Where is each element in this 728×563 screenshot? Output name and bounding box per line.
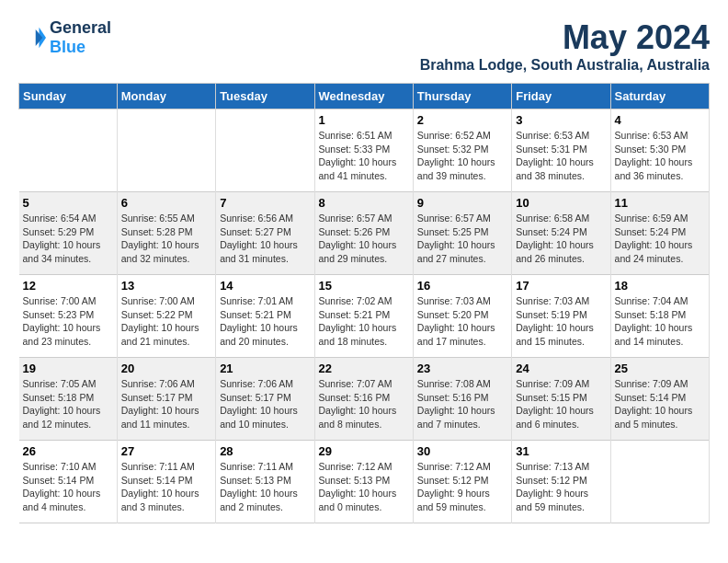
day-number: 12	[23, 279, 113, 293]
day-info: Sunrise: 7:01 AMSunset: 5:21 PMDaylight:…	[220, 294, 310, 349]
day-number: 9	[417, 196, 507, 210]
calendar-cell: 9Sunrise: 6:57 AMSunset: 5:25 PMDaylight…	[413, 192, 511, 275]
day-number: 16	[417, 279, 507, 293]
calendar-cell: 20Sunrise: 7:06 AMSunset: 5:17 PMDayligh…	[117, 358, 215, 441]
calendar-cell: 27Sunrise: 7:11 AMSunset: 5:14 PMDayligh…	[117, 441, 215, 523]
week-row-4: 19Sunrise: 7:05 AMSunset: 5:18 PMDayligh…	[19, 358, 710, 441]
day-info: Sunrise: 7:00 AMSunset: 5:23 PMDaylight:…	[23, 294, 113, 349]
day-info: Sunrise: 6:57 AMSunset: 5:26 PMDaylight:…	[319, 212, 409, 266]
day-info: Sunrise: 6:53 AMSunset: 5:31 PMDaylight:…	[516, 129, 606, 183]
calendar-header: SundayMondayTuesdayWednesdayThursdayFrid…	[19, 84, 710, 109]
day-info: Sunrise: 6:52 AMSunset: 5:32 PMDaylight:…	[417, 129, 507, 183]
weekday-friday: Friday	[512, 84, 610, 109]
day-number: 6	[121, 196, 211, 210]
day-info: Sunrise: 7:02 AMSunset: 5:21 PMDaylight:…	[319, 294, 409, 349]
calendar-cell: 31Sunrise: 7:13 AMSunset: 5:12 PMDayligh…	[512, 441, 610, 523]
day-number: 18	[615, 279, 705, 293]
week-row-1: 1Sunrise: 6:51 AMSunset: 5:33 PMDaylight…	[19, 109, 710, 192]
calendar-cell: 26Sunrise: 7:10 AMSunset: 5:14 PMDayligh…	[19, 441, 118, 523]
day-info: Sunrise: 7:09 AMSunset: 5:15 PMDaylight:…	[516, 377, 606, 431]
main-title: May 2024	[420, 18, 710, 57]
day-info: Sunrise: 7:13 AMSunset: 5:12 PMDaylight:…	[516, 460, 606, 514]
calendar-cell: 7Sunrise: 6:56 AMSunset: 5:27 PMDaylight…	[216, 192, 314, 275]
day-info: Sunrise: 6:55 AMSunset: 5:28 PMDaylight:…	[121, 212, 211, 266]
day-number: 4	[615, 113, 705, 127]
day-info: Sunrise: 7:07 AMSunset: 5:16 PMDaylight:…	[319, 377, 409, 431]
day-number: 19	[23, 362, 113, 375]
day-info: Sunrise: 6:58 AMSunset: 5:24 PMDaylight:…	[516, 212, 606, 266]
day-number: 27	[121, 444, 211, 458]
calendar-cell: 4Sunrise: 6:53 AMSunset: 5:30 PMDaylight…	[610, 109, 709, 192]
week-row-5: 26Sunrise: 7:10 AMSunset: 5:14 PMDayligh…	[19, 441, 710, 523]
calendar-cell: 25Sunrise: 7:09 AMSunset: 5:14 PMDayligh…	[610, 358, 709, 441]
day-number: 22	[319, 362, 409, 375]
day-number: 1	[319, 113, 409, 127]
calendar-cell: 30Sunrise: 7:12 AMSunset: 5:12 PMDayligh…	[413, 441, 511, 523]
day-info: Sunrise: 7:05 AMSunset: 5:18 PMDaylight:…	[23, 377, 113, 431]
calendar-cell: 19Sunrise: 7:05 AMSunset: 5:18 PMDayligh…	[19, 358, 118, 441]
day-number: 8	[319, 196, 409, 210]
title-block: May 2024 Brahma Lodge, South Australia, …	[420, 18, 710, 74]
calendar-cell: 1Sunrise: 6:51 AMSunset: 5:33 PMDaylight…	[314, 109, 413, 192]
day-number: 2	[417, 113, 507, 127]
day-info: Sunrise: 7:10 AMSunset: 5:14 PMDaylight:…	[23, 460, 113, 514]
day-info: Sunrise: 7:12 AMSunset: 5:12 PMDaylight:…	[417, 460, 507, 514]
weekday-thursday: Thursday	[413, 84, 511, 109]
day-number: 10	[516, 196, 606, 210]
day-number: 17	[516, 279, 606, 293]
day-number: 7	[220, 196, 310, 210]
calendar-cell	[117, 109, 215, 192]
day-info: Sunrise: 6:53 AMSunset: 5:30 PMDaylight:…	[615, 129, 705, 183]
day-number: 5	[23, 196, 113, 210]
day-info: Sunrise: 7:08 AMSunset: 5:16 PMDaylight:…	[417, 377, 507, 431]
calendar-cell: 5Sunrise: 6:54 AMSunset: 5:29 PMDaylight…	[19, 192, 118, 275]
day-info: Sunrise: 7:12 AMSunset: 5:13 PMDaylight:…	[319, 460, 409, 514]
page-header: General Blue May 2024 Brahma Lodge, Sout…	[18, 18, 710, 74]
calendar-cell	[19, 109, 118, 192]
logo-icon	[18, 24, 46, 52]
calendar-cell: 8Sunrise: 6:57 AMSunset: 5:26 PMDaylight…	[314, 192, 413, 275]
day-info: Sunrise: 7:06 AMSunset: 5:17 PMDaylight:…	[121, 377, 211, 431]
day-info: Sunrise: 6:54 AMSunset: 5:29 PMDaylight:…	[23, 212, 113, 266]
day-number: 21	[220, 362, 310, 375]
weekday-monday: Monday	[117, 84, 215, 109]
calendar-cell: 12Sunrise: 7:00 AMSunset: 5:23 PMDayligh…	[19, 275, 118, 358]
day-number: 11	[615, 196, 705, 210]
day-number: 15	[319, 279, 409, 293]
weekday-wednesday: Wednesday	[314, 84, 413, 109]
day-number: 14	[220, 279, 310, 293]
day-number: 20	[121, 362, 211, 375]
calendar-cell: 18Sunrise: 7:04 AMSunset: 5:18 PMDayligh…	[610, 275, 709, 358]
weekday-row: SundayMondayTuesdayWednesdayThursdayFrid…	[19, 84, 710, 109]
day-info: Sunrise: 7:06 AMSunset: 5:17 PMDaylight:…	[220, 377, 310, 431]
calendar-cell: 16Sunrise: 7:03 AMSunset: 5:20 PMDayligh…	[413, 275, 511, 358]
weekday-tuesday: Tuesday	[216, 84, 314, 109]
day-number: 28	[220, 444, 310, 458]
calendar-cell: 22Sunrise: 7:07 AMSunset: 5:16 PMDayligh…	[314, 358, 413, 441]
calendar-cell: 23Sunrise: 7:08 AMSunset: 5:16 PMDayligh…	[413, 358, 511, 441]
logo: General Blue	[18, 18, 111, 57]
day-info: Sunrise: 7:00 AMSunset: 5:22 PMDaylight:…	[121, 294, 211, 349]
calendar-cell: 29Sunrise: 7:12 AMSunset: 5:13 PMDayligh…	[314, 441, 413, 523]
calendar-cell	[610, 441, 709, 523]
calendar-cell: 14Sunrise: 7:01 AMSunset: 5:21 PMDayligh…	[216, 275, 314, 358]
calendar-table: SundayMondayTuesdayWednesdayThursdayFrid…	[18, 83, 710, 523]
calendar-cell: 24Sunrise: 7:09 AMSunset: 5:15 PMDayligh…	[512, 358, 610, 441]
weekday-saturday: Saturday	[610, 84, 709, 109]
day-number: 29	[319, 444, 409, 458]
calendar-cell	[216, 109, 314, 192]
day-info: Sunrise: 7:11 AMSunset: 5:14 PMDaylight:…	[121, 460, 211, 514]
day-info: Sunrise: 6:59 AMSunset: 5:24 PMDaylight:…	[615, 212, 705, 266]
calendar-cell: 2Sunrise: 6:52 AMSunset: 5:32 PMDaylight…	[413, 109, 511, 192]
day-number: 3	[516, 113, 606, 127]
day-info: Sunrise: 6:56 AMSunset: 5:27 PMDaylight:…	[220, 212, 310, 266]
day-number: 24	[516, 362, 606, 375]
calendar-cell: 21Sunrise: 7:06 AMSunset: 5:17 PMDayligh…	[216, 358, 314, 441]
week-row-3: 12Sunrise: 7:00 AMSunset: 5:23 PMDayligh…	[19, 275, 710, 358]
logo-text: General Blue	[50, 18, 111, 57]
day-number: 25	[615, 362, 705, 375]
day-number: 30	[417, 444, 507, 458]
calendar-cell: 3Sunrise: 6:53 AMSunset: 5:31 PMDaylight…	[512, 109, 610, 192]
day-number: 26	[23, 444, 113, 458]
calendar-cell: 15Sunrise: 7:02 AMSunset: 5:21 PMDayligh…	[314, 275, 413, 358]
